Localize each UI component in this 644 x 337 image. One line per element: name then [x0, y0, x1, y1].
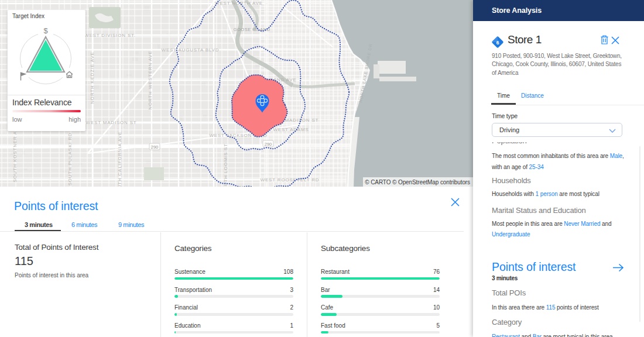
svg-text:SOUTH PULASKI RD: SOUTH PULASKI RD — [67, 133, 73, 186]
svg-text:WEST DIVISION ST.: WEST DIVISION ST. — [84, 33, 136, 38]
svg-text:SOUTH KOSTNER AVE: SOUTH KOSTNER AVE — [12, 124, 18, 183]
svg-text:$: $ — [43, 26, 48, 35]
svg-text:NORTH WESTERN AVE: NORTH WESTERN AVE — [148, 50, 153, 109]
svg-text:290: 290 — [265, 142, 272, 147]
svg-text:NORTH KEDZIE AVE: NORTH KEDZIE AVE — [90, 51, 95, 104]
svg-text:WEST NORTH AVE: WEST NORTH AVE — [215, 1, 263, 6]
svg-text:GOOSE ISLAND: GOOSE ISLAND — [234, 27, 270, 32]
svg-text:6: 6 — [496, 40, 499, 46]
svg-text:SOUTH LOOMIS ST: SOUTH LOOMIS ST — [223, 143, 228, 187]
svg-text:290: 290 — [151, 145, 159, 150]
svg-text:SOUTH CALIFORNIA AVE: SOUTH CALIFORNIA AVE — [117, 132, 122, 187]
svg-text:WEST AUGUSTA BLVD: WEST AUGUSTA BLVD — [162, 47, 220, 53]
svg-text:WEST ROOSEVELT RD: WEST ROOSEVELT RD — [261, 177, 320, 183]
svg-text:© CARTO © OpenStreetMap contri: © CARTO © OpenStreetMap contributors — [365, 179, 470, 185]
svg-text:WEST ADAMS: WEST ADAMS — [273, 127, 309, 132]
svg-text:WEST MADISON ST: WEST MADISON ST — [86, 120, 137, 125]
